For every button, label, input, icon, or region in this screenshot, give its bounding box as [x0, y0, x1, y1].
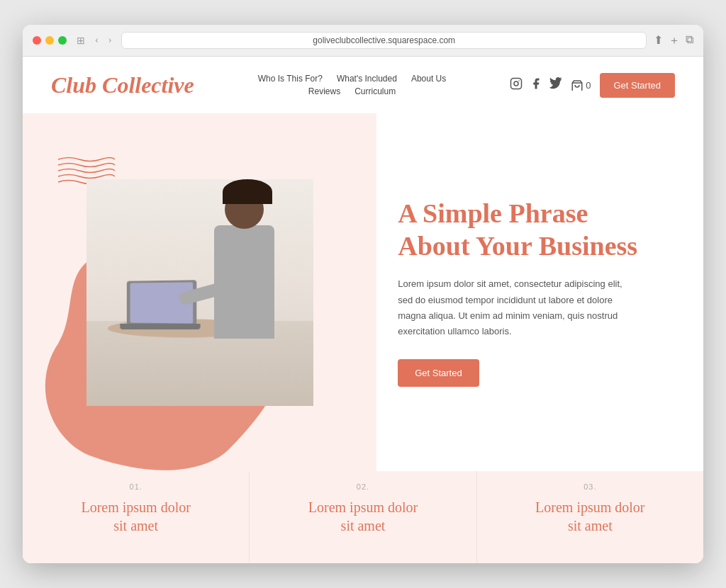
new-tab-icon[interactable]: ＋	[669, 33, 680, 48]
share-icon[interactable]: ⬆	[654, 33, 663, 48]
social-icons	[510, 77, 562, 93]
facebook-icon[interactable]	[530, 77, 542, 93]
svg-rect-0	[511, 79, 522, 89]
photo-scene	[86, 179, 313, 406]
features-section: 01. Lorem ipsum dolor sit amet 02. Lorem…	[23, 471, 703, 563]
browser-window: ⊞ ‹ › goliveclubcollective.squarespace.c…	[23, 25, 703, 563]
back-button[interactable]: ‹	[92, 33, 101, 47]
feature-title-2: Lorem ipsum dolor sit amet	[308, 498, 418, 535]
hero-body-text: Lorem ipsum dolor sit amet, consectetur …	[398, 276, 625, 339]
feature-item-2: 02. Lorem ipsum dolor sit amet	[250, 471, 476, 563]
feature-title-3: Lorem ipsum dolor sit amet	[535, 498, 644, 535]
sidebar-toggle-icon[interactable]: ⊞	[74, 33, 88, 48]
minimize-button[interactable]	[45, 36, 54, 45]
close-button[interactable]	[33, 36, 41, 45]
tabs-icon[interactable]: ⧉	[686, 33, 693, 48]
instagram-icon[interactable]	[510, 77, 523, 93]
feature-number-3: 03.	[583, 482, 596, 491]
nav-row-1: Who Is This For? What's Included About U…	[258, 74, 447, 84]
feature-item-1: 01. Lorem ipsum dolor sit amet	[23, 471, 250, 563]
traffic-lights	[33, 36, 67, 45]
hero-headline: A Simple Phrase About Your Business	[398, 198, 675, 262]
svg-point-1	[514, 81, 518, 86]
hero-image	[86, 179, 313, 406]
website: Club Collective Who Is This For? What's …	[23, 57, 703, 563]
header-cta-button[interactable]: Get Started	[600, 73, 675, 98]
nav-about-us[interactable]: About Us	[411, 74, 446, 84]
twitter-icon[interactable]	[549, 77, 562, 93]
svg-point-2	[519, 80, 520, 81]
forward-button[interactable]: ›	[106, 33, 115, 47]
hero-cta-button[interactable]: Get Started	[398, 359, 479, 387]
hero-left	[23, 113, 376, 471]
header-right: 0 Get Started	[510, 73, 675, 98]
browser-controls: ⊞ ‹ ›	[74, 33, 114, 48]
hero-right: A Simple Phrase About Your Business Lore…	[376, 113, 703, 471]
nav-reviews[interactable]: Reviews	[308, 86, 340, 96]
nav-who-is-this-for[interactable]: Who Is This For?	[258, 74, 323, 84]
feature-title-1: Lorem ipsum dolor sit amet	[81, 498, 190, 535]
feature-number-2: 02.	[357, 482, 369, 491]
nav-curriculum[interactable]: Curriculum	[354, 86, 396, 96]
feature-number-1: 01.	[130, 482, 143, 491]
nav-row-2: Reviews Curriculum	[308, 86, 396, 96]
site-nav: Who Is This For? What's Included About U…	[258, 74, 447, 96]
browser-chrome: ⊞ ‹ › goliveclubcollective.squarespace.c…	[23, 25, 703, 57]
feature-item-3: 03. Lorem ipsum dolor sit amet	[477, 471, 703, 563]
site-header: Club Collective Who Is This For? What's …	[23, 57, 703, 113]
hero-section: A Simple Phrase About Your Business Lore…	[23, 113, 703, 471]
browser-actions: ⬆ ＋ ⧉	[654, 33, 693, 48]
nav-whats-included[interactable]: What's Included	[337, 74, 397, 84]
address-bar[interactable]: goliveclubcollective.squarespace.com	[121, 32, 647, 49]
site-logo: Club Collective	[51, 72, 194, 98]
cart-icon[interactable]: 0	[571, 79, 591, 91]
maximize-button[interactable]	[58, 36, 67, 45]
cart-count: 0	[586, 80, 591, 91]
